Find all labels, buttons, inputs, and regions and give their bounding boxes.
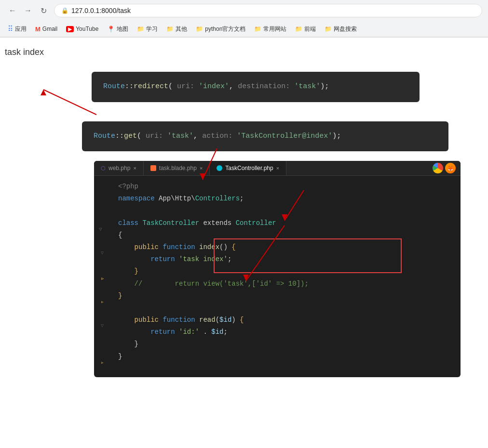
folder-icon: 📁 — [325, 26, 332, 32]
bookmark-label: 其他 — [176, 25, 187, 33]
ide-line-9: // return view('task',['id' => 10]); — [94, 278, 461, 290]
ide-line-13: return 'id:' . $id; — [94, 326, 461, 338]
code-block-redirect: Route::redirect( uri: 'index', destinati… — [92, 72, 420, 102]
blade-file-icon — [150, 165, 156, 171]
page-content: task index Route::redirect( uri: 'index'… — [0, 38, 488, 448]
line-code: namespace App\Http\Controllers; — [118, 193, 453, 205]
bookmark-label: 地图 — [117, 25, 128, 33]
tab-task-blade[interactable]: task.blade.php × — [144, 161, 210, 175]
line-code: return 'task index'; — [118, 253, 453, 265]
tab-close-icon[interactable]: × — [276, 165, 279, 171]
browser-chrome: ← → ↻ 🔒 127.0.0.1:8000/task ⠿ 应用 M Gmail… — [0, 0, 488, 38]
bookmark-youtube[interactable]: ▶ YouTube — [62, 24, 102, 34]
bookmark-frontend[interactable]: 📁 前端 — [291, 24, 320, 35]
tab-label: TaskController.php — [225, 165, 273, 171]
folder-icon: 📁 — [137, 26, 144, 32]
line-code — [118, 302, 453, 314]
tab-label: task.blade.php — [159, 165, 197, 171]
bookmark-label: 常用网站 — [263, 25, 286, 33]
bookmark-maps[interactable]: 📍 地图 — [103, 24, 132, 35]
forward-button[interactable]: → — [21, 4, 35, 17]
folder-icon: 📁 — [254, 26, 261, 32]
tab-close-icon[interactable]: × — [133, 165, 136, 171]
line-code: // return view('task',['id' => 10]); — [118, 278, 453, 290]
back-button[interactable]: ← — [6, 4, 19, 17]
svg-line-0 — [43, 90, 96, 115]
line-code: } — [118, 338, 453, 350]
ide-content: <?php namespace App\Http\Controllers; ▽ … — [94, 176, 461, 377]
line-code: public function read($id) { — [118, 314, 453, 326]
ide-line-5: { — [94, 229, 461, 241]
folder-icon: 📁 — [196, 26, 203, 32]
bookmark-other[interactable]: 📁 其他 — [163, 24, 191, 35]
bookmark-common[interactable]: 📁 常用网站 — [250, 24, 290, 35]
bookmark-python[interactable]: 📁 python官方文档 — [192, 24, 249, 35]
line-code — [118, 205, 453, 217]
bookmark-label: Gmail — [42, 26, 57, 32]
bookmark-label: python官方文档 — [205, 25, 245, 33]
svg-marker-1 — [41, 90, 46, 95]
php-file-icon: ⬡ — [101, 165, 106, 171]
bookmarks-bar: ⠿ 应用 M Gmail ▶ YouTube 📍 地图 📁 学习 📁 其他 — [0, 21, 488, 37]
tab-task-controller[interactable]: TaskController.php × — [210, 161, 286, 175]
code-block-get: Route::get( uri: 'task', action: 'TaskCo… — [82, 121, 448, 152]
ide-line-14: } — [94, 338, 461, 350]
bookmark-apps[interactable]: ⠿ 应用 — [4, 23, 30, 35]
ide-line-15: ▹ } — [94, 351, 461, 363]
line-code: } — [118, 290, 453, 302]
ide-line-4: ▽ class TaskController extends Controlle… — [94, 217, 461, 229]
url-input[interactable]: 127.0.0.1:8000/task — [71, 7, 475, 14]
tab-label: web.php — [108, 165, 130, 171]
browser-toolbar: ← → ↻ 🔒 127.0.0.1:8000/task — [0, 0, 488, 21]
bookmark-label: 应用 — [15, 25, 27, 33]
line-code: } — [118, 351, 453, 363]
gmail-icon: M — [35, 26, 41, 33]
bookmark-label: YouTube — [76, 26, 98, 32]
ide-line-6: ▽ public function index() { — [94, 241, 461, 253]
line-code: } — [118, 265, 453, 277]
tab-web-php[interactable]: ⬡ web.php × — [94, 161, 144, 175]
apps-icon: ⠿ — [8, 25, 13, 33]
bookmark-gmail[interactable]: M Gmail — [31, 24, 61, 34]
page-title: task index — [5, 47, 483, 57]
folder-icon: 📁 — [295, 26, 302, 32]
ide-line-2: namespace App\Http\Controllers; — [94, 193, 461, 205]
youtube-icon: ▶ — [66, 26, 74, 32]
ide-line-3 — [94, 205, 461, 217]
line-code: { — [118, 229, 453, 241]
ide-line-8: ▹ } — [94, 265, 461, 277]
ide-window: ⬡ web.php × task.blade.php × TaskControl… — [94, 161, 461, 377]
bookmark-label: 学习 — [146, 25, 158, 33]
address-bar[interactable]: 🔒 127.0.0.1:8000/task — [54, 4, 482, 17]
bookmark-label: 前端 — [304, 25, 316, 33]
line-code: class TaskController extends Controller — [118, 217, 453, 229]
controller-file-icon — [217, 165, 222, 171]
line-code: return 'id:' . $id; — [118, 326, 453, 338]
ide-line-1: <?php — [94, 181, 461, 193]
security-icon: 🔒 — [61, 7, 68, 14]
folder-icon: 📁 — [166, 26, 174, 32]
reload-button[interactable]: ↻ — [37, 4, 50, 17]
firefox-browser-icon: 🦊 — [445, 163, 456, 173]
ide-tabs: ⬡ web.php × task.blade.php × TaskControl… — [94, 161, 461, 176]
ide-line-10: ▹ } — [94, 290, 461, 302]
ide-line-12: ▽ public function read($id) { — [94, 314, 461, 326]
ide-line-11 — [94, 302, 461, 314]
maps-icon: 📍 — [107, 26, 115, 33]
line-code: public function index() { — [118, 241, 453, 253]
chrome-browser-icon — [433, 163, 443, 173]
bookmark-netdisk[interactable]: 📁 网盘搜索 — [321, 24, 361, 35]
line-code: <?php — [118, 181, 453, 193]
bookmark-label: 网盘搜索 — [334, 25, 357, 33]
nav-buttons: ← → ↻ — [6, 4, 50, 17]
ide-line-7: return 'task index'; — [94, 253, 461, 265]
bookmark-study[interactable]: 📁 学习 — [133, 24, 162, 35]
tab-close-icon[interactable]: × — [200, 165, 203, 171]
